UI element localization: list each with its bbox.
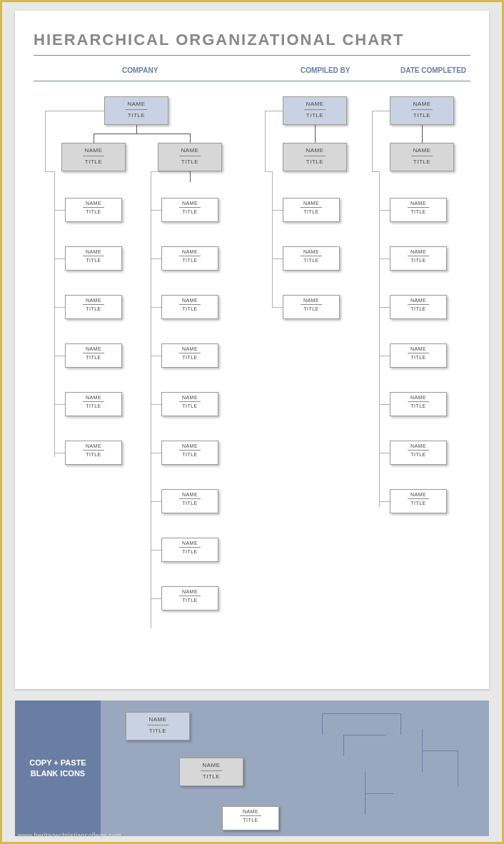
connector bbox=[379, 453, 390, 453]
connector bbox=[45, 111, 104, 111]
connector bbox=[315, 125, 316, 143]
connector bbox=[372, 171, 379, 172]
leaf-node-d6: NAMETITLE bbox=[390, 489, 447, 513]
connector bbox=[45, 111, 46, 171]
leaf-node-b8: NAMETITLE bbox=[161, 586, 218, 611]
connector bbox=[151, 171, 151, 628]
bracket bbox=[365, 793, 393, 794]
panel-side-label: COPY + PASTE BLANK ICONS bbox=[15, 700, 101, 836]
connector bbox=[190, 134, 191, 143]
connector bbox=[372, 111, 390, 111]
page-title: HIERARCHICAL ORGANIZATIONAL CHART bbox=[34, 31, 404, 49]
connector bbox=[45, 171, 54, 172]
sample-leaf-node: NAMETITLE bbox=[222, 806, 279, 830]
leaf-node-c2: NAMETITLE bbox=[283, 295, 340, 319]
connector bbox=[54, 404, 65, 405]
connector bbox=[151, 307, 161, 308]
connector bbox=[151, 453, 161, 453]
rule-top bbox=[34, 55, 470, 56]
leaf-node-a1: NAMETITLE bbox=[65, 246, 122, 271]
connector bbox=[151, 501, 161, 502]
leaf-node-d5: NAMETITLE bbox=[390, 441, 447, 465]
leaf-node-b3: NAMETITLE bbox=[161, 343, 218, 368]
leaf-node-a4: NAMETITLE bbox=[65, 392, 122, 416]
connector bbox=[54, 258, 65, 259]
connector bbox=[190, 171, 191, 182]
leaf-node-d2: NAMETITLE bbox=[390, 295, 447, 319]
header-date-completed: DATE COMPLETED bbox=[400, 66, 466, 74]
connector bbox=[379, 210, 390, 211]
connector bbox=[94, 134, 94, 143]
connector bbox=[94, 134, 190, 134]
connector bbox=[379, 356, 390, 356]
leaf-node-a2: NAMETITLE bbox=[65, 295, 122, 319]
connector bbox=[151, 171, 190, 172]
rule-bottom bbox=[34, 81, 470, 81]
mgr-node-2: NAMETITLE bbox=[283, 143, 347, 171]
connector bbox=[265, 171, 272, 172]
connector bbox=[265, 111, 283, 111]
leaf-node-b6: NAMETITLE bbox=[161, 489, 218, 513]
connector bbox=[422, 125, 423, 143]
connector bbox=[379, 307, 390, 308]
connector bbox=[151, 258, 161, 259]
leaf-node-b2: NAMETITLE bbox=[161, 295, 218, 319]
bracket bbox=[322, 713, 323, 735]
leaf-node-a5: NAMETITLE bbox=[65, 441, 122, 465]
connector bbox=[151, 598, 161, 599]
header-company: COMPANY bbox=[122, 66, 158, 74]
top-node-2: NAMETITLE bbox=[283, 96, 347, 125]
connector bbox=[54, 171, 55, 457]
connector bbox=[272, 171, 273, 307]
connector bbox=[136, 125, 137, 134]
top-node-3: NAMETITLE bbox=[390, 96, 454, 125]
bracket bbox=[343, 735, 386, 735]
connector bbox=[372, 111, 373, 171]
page-main: HIERARCHICAL ORGANIZATIONAL CHART COMPAN… bbox=[15, 11, 489, 689]
header-compiled-by: COMPILED BY bbox=[301, 66, 350, 74]
leaf-node-d4: NAMETITLE bbox=[390, 392, 447, 416]
leaf-node-b4: NAMETITLE bbox=[161, 392, 218, 416]
bracket bbox=[422, 750, 458, 751]
leaf-node-a3: NAMETITLE bbox=[65, 343, 122, 368]
bracket bbox=[343, 735, 344, 756]
leaf-node-b7: NAMETITLE bbox=[161, 538, 218, 562]
leaf-node-d1: NAMETITLE bbox=[390, 246, 447, 271]
sample-mgr-node: NAMETITLE bbox=[179, 758, 243, 786]
connector bbox=[265, 111, 266, 171]
mgr-node-3: NAMETITLE bbox=[390, 143, 454, 171]
top-node-1: NAMETITLE bbox=[104, 96, 168, 125]
connector bbox=[379, 404, 390, 405]
leaf-node-d3: NAMETITLE bbox=[390, 343, 447, 368]
bracket bbox=[322, 713, 400, 714]
leaf-node-b1: NAMETITLE bbox=[161, 246, 218, 271]
connector bbox=[151, 210, 161, 211]
leaf-node-c0: NAMETITLE bbox=[283, 198, 340, 222]
header-row: COMPANY COMPILED BY DATE COMPLETED bbox=[15, 66, 489, 79]
connector bbox=[272, 258, 283, 259]
leaf-node-b0: NAMETITLE bbox=[161, 198, 218, 222]
document-frame: HIERARCHICAL ORGANIZATIONAL CHART COMPAN… bbox=[0, 0, 504, 844]
connector bbox=[54, 307, 65, 308]
connector bbox=[379, 501, 390, 502]
leaf-node-d0: NAMETITLE bbox=[390, 198, 447, 222]
connector bbox=[54, 356, 65, 356]
bracket bbox=[458, 750, 458, 786]
connector bbox=[272, 307, 283, 308]
bracket bbox=[400, 713, 401, 735]
connector bbox=[272, 210, 283, 211]
connector bbox=[151, 356, 161, 356]
mgr-node-1a: NAMETITLE bbox=[61, 143, 126, 171]
connector bbox=[151, 404, 161, 405]
connector bbox=[151, 550, 161, 551]
watermark: www.heritagechristiancollege.com bbox=[18, 832, 121, 839]
sample-top-node: NAMETITLE bbox=[126, 712, 190, 740]
leaf-node-a0: NAMETITLE bbox=[65, 198, 122, 222]
leaf-node-c1: NAMETITLE bbox=[283, 246, 340, 271]
connector bbox=[54, 210, 65, 211]
leaf-node-b5: NAMETITLE bbox=[161, 441, 218, 465]
panel-icons: COPY + PASTE BLANK ICONS NAMETITLE NAMET… bbox=[15, 700, 489, 836]
connector bbox=[379, 171, 380, 507]
connector bbox=[54, 453, 65, 453]
mgr-node-1b: NAMETITLE bbox=[158, 143, 222, 171]
